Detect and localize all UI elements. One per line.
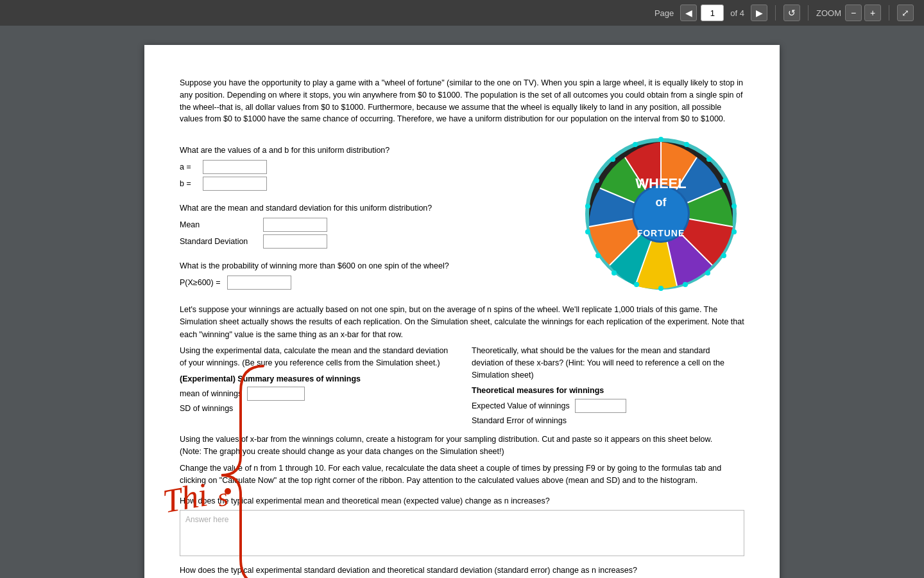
prob-row: P(X≥600) = <box>180 276 565 290</box>
prob-input[interactable] <box>227 276 291 290</box>
zoom-out-button[interactable]: − <box>845 4 862 21</box>
svg-point-23 <box>658 286 663 291</box>
q3-text: What is the probability of winning more … <box>180 261 565 270</box>
q5-label-text: How does the typical experimental standa… <box>180 566 637 575</box>
svg-point-29 <box>594 178 599 183</box>
svg-point-2 <box>225 488 231 495</box>
q4-label-text: How does the typical experimental mean a… <box>180 496 550 505</box>
exp-left-col: Using the experimental data, calculate t… <box>180 345 452 427</box>
mean-input[interactable] <box>263 218 327 232</box>
toolbar-divider-1 <box>775 5 776 21</box>
zoom-controls: − + <box>845 4 881 21</box>
q4-question: How does the typical experimental mean a… <box>180 496 744 507</box>
document-viewer: Thi s Suppose you have the opportunity t… <box>0 26 924 578</box>
exp-intro-span: Let's suppose your winnings are actually… <box>180 305 744 339</box>
sd-input[interactable] <box>263 234 327 249</box>
a-label: a = <box>180 162 199 171</box>
page-label: Page <box>654 8 674 18</box>
sd-winnings-label: SD of winnings <box>180 403 233 415</box>
change-n-inst: Change the value of n from 1 through 10.… <box>180 462 744 487</box>
b-label: b = <box>180 179 199 188</box>
expand-button[interactable]: ⤢ <box>897 4 914 21</box>
q1-wheel-section: What are the values of a and b for this … <box>180 137 744 291</box>
wheel-svg: WHEEL of FORTUNE <box>584 137 738 291</box>
toolbar-divider-3 <box>889 5 889 21</box>
svg-point-14 <box>658 137 663 142</box>
mean-winnings-input[interactable] <box>247 387 305 401</box>
mean-label: Mean <box>180 220 257 229</box>
q5-section: How does the typical experimental standa… <box>180 565 744 578</box>
wheel-image: WHEEL of FORTUNE <box>584 137 738 291</box>
svg-point-15 <box>684 142 689 147</box>
exp-two-col: Using the experimental data, calculate t… <box>180 345 744 427</box>
svg-point-26 <box>595 253 601 258</box>
svg-point-20 <box>721 253 726 258</box>
b-input[interactable] <box>203 177 267 191</box>
sd-row: Standard Deviation <box>180 234 565 249</box>
next-page-button[interactable]: ▶ <box>751 4 767 21</box>
exp-left-inst: Using the experimental data, calculate t… <box>180 345 452 369</box>
svg-point-24 <box>634 282 639 287</box>
intro-paragraph: Suppose you have the opportunity to play… <box>180 77 744 125</box>
toolbar-divider-2 <box>808 5 809 21</box>
svg-point-25 <box>612 270 617 276</box>
sd-winnings-row: SD of winnings <box>180 403 452 415</box>
a-field-row: a = <box>180 160 565 174</box>
mean-winnings-label: mean of winnings <box>180 388 242 400</box>
page-number-input[interactable] <box>701 4 724 21</box>
wheel-text-fortune: FORTUNE <box>637 228 685 238</box>
svg-point-19 <box>732 229 737 234</box>
intro-text: Suppose you have the opportunity to play… <box>180 78 743 123</box>
exp-right-col: Theoretically, what should be the values… <box>472 345 744 427</box>
mean-sd-section: Mean Standard Deviation <box>180 218 565 249</box>
prob-label: P(X≥600) = <box>180 278 221 287</box>
page-of-label: of 4 <box>730 8 744 18</box>
svg-point-30 <box>610 157 615 162</box>
reset-button[interactable]: ↺ <box>783 4 800 21</box>
wheel-text-wheel: WHEEL <box>635 175 686 191</box>
a-input[interactable] <box>203 160 267 174</box>
expected-value-label: Expected Value of winnings <box>472 400 570 412</box>
standard-error-label: Standard Error of winnings <box>472 415 567 427</box>
prev-page-button[interactable]: ◀ <box>680 4 697 21</box>
toolbar: Page ◀ of 4 ▶ ↺ ZOOM − + ⤢ <box>0 0 924 26</box>
svg-point-16 <box>706 157 712 162</box>
sd-label: Standard Deviation <box>180 237 257 246</box>
q4-answer-box[interactable]: Answer here <box>180 510 744 556</box>
exp-left-bold: (Experimental) Summary measures of winni… <box>180 373 452 385</box>
svg-point-17 <box>723 178 728 183</box>
q1-col: What are the values of a and b for this … <box>180 137 565 291</box>
histogram-note: (Note: The graph you create should chang… <box>180 446 744 458</box>
svg-point-27 <box>585 229 590 234</box>
svg-point-28 <box>585 204 590 209</box>
wheel-image-col: WHEEL of FORTUNE <box>578 137 744 291</box>
expected-value-row: Expected Value of winnings <box>472 399 744 413</box>
exp-right-bold-text: Theoretical measures for winnings <box>472 386 604 395</box>
exp-right-inst: Theoretically, what should be the values… <box>472 345 744 381</box>
exp-left-bold-text: (Experimental) Summary measures of winni… <box>180 374 361 383</box>
svg-point-18 <box>732 204 737 209</box>
q1-text: What are the values of a and b for this … <box>180 146 565 155</box>
b-field-row: b = <box>180 177 565 191</box>
q4-placeholder: Answer here <box>185 515 228 524</box>
document-page: Thi s Suppose you have the opportunity t… <box>144 45 780 578</box>
standard-error-row: Standard Error of winnings <box>472 415 744 427</box>
svg-point-22 <box>683 282 688 287</box>
q5-question: How does the typical experimental standa… <box>180 565 744 577</box>
svg-point-31 <box>633 142 638 147</box>
exp-right-bold: Theoretical measures for winnings <box>472 385 744 397</box>
zoom-in-button[interactable]: + <box>864 4 881 21</box>
experimental-section: Let's suppose your winnings are actually… <box>180 304 744 487</box>
zoom-label: ZOOM <box>816 8 841 18</box>
expected-value-input[interactable] <box>575 399 626 413</box>
wheel-text-of: of <box>656 196 667 209</box>
mean-row: Mean <box>180 218 565 232</box>
histogram-inst: Using the values of x-bar from the winni… <box>180 434 744 446</box>
mean-winnings-row: mean of winnings <box>180 387 452 401</box>
q4-section: How does the typical experimental mean a… <box>180 496 744 556</box>
svg-point-21 <box>705 270 710 276</box>
q2-text: What are the mean and standard deviation… <box>180 204 565 213</box>
exp-intro-text: Let's suppose your winnings are actually… <box>180 304 744 341</box>
